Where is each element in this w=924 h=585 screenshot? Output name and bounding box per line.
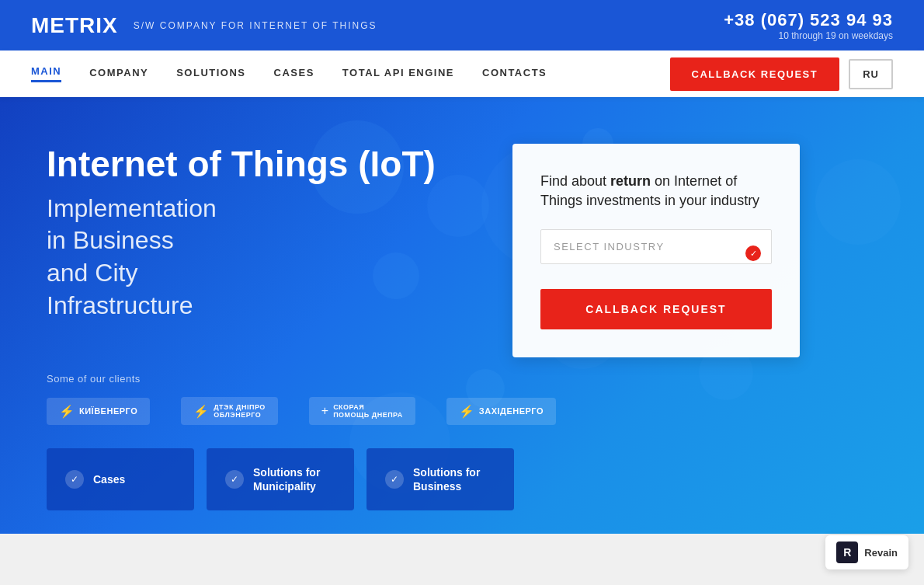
client-logo-text-4: ЗАХІДЕНЕРГО [479,406,544,416]
clients-label: Some of our clients [47,373,877,385]
bottom-cards: ✓ Cases ✓ Solutions for Municipality ✓ S… [0,448,924,510]
client-icon-4: ⚡ [459,404,474,419]
industry-select[interactable]: SELECT INDUSTRY Energy Healthcare Munici… [540,229,772,264]
hero-title: Internet of Things (IoT) [47,144,481,185]
client-logo-zahidenergo: ⚡ ЗАХІДЕНЕРГО [446,398,556,425]
nav-link-company[interactable]: COMPANY [89,67,148,82]
nav-link-solutions[interactable]: SOLUTIONS [176,67,245,82]
nav-link-cases[interactable]: CASES [274,67,314,82]
revain-widget[interactable]: R Revain [825,535,908,569]
check-icon-business: ✓ [385,470,404,489]
client-icon-2: ⚡ [193,404,209,419]
hero-subtitle: Implementation in Business and City Infr… [47,193,481,322]
topbar-contact: +38 (067) 523 94 93 10 through 19 on wee… [724,10,893,41]
client-logo-text-3: СКОРАЯПОМОЩЬ ДНЕПРА [333,403,403,419]
hero-content: Internet of Things (IoT) Implementation … [0,97,924,373]
navbar: MAIN COMPANY SOLUTIONS CASES TOTAL API E… [0,50,924,97]
bottom-card-business[interactable]: ✓ Solutions for Business [366,448,514,510]
hero-subtitle-line3: and City [47,259,137,287]
card-callback-button[interactable]: CALLBACK REQUEST [540,289,772,329]
nav-link-total-api[interactable]: TOTAL API ENGINE [342,67,454,82]
language-button[interactable]: RU [849,59,893,89]
clients-logos: ⚡ КИЇВЕНЕРГО ⚡ ДТЭК ДНІПРООБЛЭНЕРГО + СК… [47,397,877,425]
bottom-card-cases[interactable]: ✓ Cases [47,448,194,510]
client-logo-text-1: КИЇВЕНЕРГО [79,406,137,416]
client-logo-dtek: ⚡ ДТЭК ДНІПРООБЛЭНЕРГО [181,397,278,425]
card-title-bold: return [610,173,651,189]
topbar-left: METRIX S/W Company for Internet of Thing… [31,13,377,38]
client-icon-1: ⚡ [59,404,75,419]
select-wrapper: SELECT INDUSTRY Energy Healthcare Munici… [540,229,772,277]
nav-links: MAIN COMPANY SOLUTIONS CASES TOTAL API E… [31,65,670,82]
tagline: S/W Company for Internet of Things [134,20,377,31]
hero-title-text: Internet of Things (IoT) [47,144,436,184]
client-icon-3: + [321,404,328,418]
revain-icon: R [836,541,858,563]
phone-number: +38 (067) 523 94 93 [724,10,893,30]
check-icon-cases: ✓ [65,470,84,489]
hero-text: Internet of Things (IoT) Implementation … [47,144,481,322]
card-title-normal: Find about [540,173,610,189]
bottom-card-municipality[interactable]: ✓ Solutions for Municipality [207,448,354,510]
topbar: METRIX S/W Company for Internet of Thing… [0,0,924,50]
nav-link-contacts[interactable]: CONTACTS [482,67,547,82]
client-logo-skoraya: + СКОРАЯПОМОЩЬ ДНЕПРА [309,397,415,425]
hero-spacer [0,510,924,534]
logo: METRIX [31,13,118,38]
clients-section: Some of our clients ⚡ КИЇВЕНЕРГО ⚡ ДТЭК … [0,373,924,440]
revain-label: Revain [864,547,898,559]
client-logo-text-2: ДТЭК ДНІПРООБЛЭНЕРГО [214,403,266,419]
phone-hours: 10 through 19 on weekdays [724,30,893,41]
card-title: Find about return on Internet of Things … [540,172,772,211]
hero-subtitle-line4: Infrastructure [47,291,193,319]
revain-icon-text: R [843,546,851,559]
hero-subtitle-line2: in Business [47,226,174,254]
logo-text: METRIX [31,13,118,37]
bottom-card-label-municipality: Solutions for Municipality [253,465,335,493]
nav-link-main[interactable]: MAIN [31,65,61,82]
nav-right: CALLBACK REQUEST RU [670,57,893,91]
check-icon-municipality: ✓ [225,470,244,489]
callback-request-button[interactable]: CALLBACK REQUEST [670,57,840,91]
bottom-card-label-cases: Cases [93,472,125,486]
industry-card: Find about return on Internet of Things … [512,144,800,357]
gray-bottom [0,534,924,585]
bottom-card-label-business: Solutions for Business [413,465,495,493]
hero-section: Internet of Things (IoT) Implementation … [0,97,924,534]
client-logo-kyivenergo: ⚡ КИЇВЕНЕРГО [47,398,150,425]
hero-subtitle-line1: Implementation [47,194,217,222]
